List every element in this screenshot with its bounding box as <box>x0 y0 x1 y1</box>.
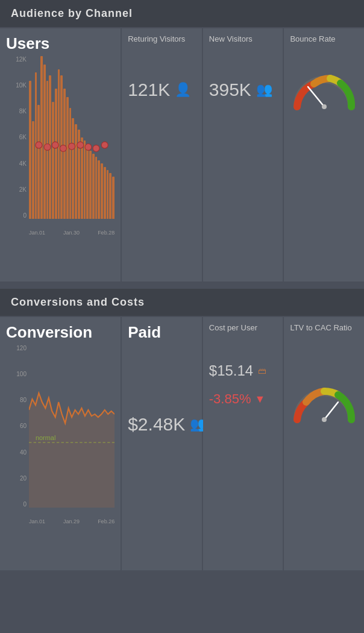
svg-point-14 <box>322 417 327 422</box>
cost-label: Cost per User <box>209 323 277 332</box>
user-bar <box>89 151 92 219</box>
conv-line-area: normal <box>29 345 115 508</box>
user-bar <box>63 89 66 219</box>
user-bar <box>55 89 57 219</box>
user-bar <box>86 146 89 219</box>
user-bar <box>81 137 83 219</box>
users-panel: Users 12K 10K 8K 6K 4K 2K 0 Jan.01 Jan.3… <box>0 28 121 282</box>
user-bar <box>75 124 77 219</box>
user-bar <box>58 69 60 219</box>
conv-svg: normal <box>29 345 115 508</box>
paid-panel: Paid $2.48K 👥 <box>122 317 202 570</box>
user-bar <box>112 177 115 219</box>
conv-y-axis: 120 100 80 60 40 20 0 <box>6 345 29 508</box>
user-bar <box>95 157 98 219</box>
ltv-label: LTV to CAC Ratio <box>290 323 358 332</box>
user-bar <box>107 170 109 219</box>
users-title: Users <box>6 34 115 53</box>
user-bar <box>66 97 69 219</box>
user-bar <box>32 121 34 219</box>
user-bar <box>72 118 74 219</box>
cost-icon: 🗃 <box>258 366 266 376</box>
ltv-panel: LTV to CAC Ratio <box>284 317 364 570</box>
new-visitors-icon: 👥 <box>256 82 272 98</box>
paid-title: Paid <box>128 323 196 342</box>
user-bar <box>43 65 46 219</box>
bounce-gauge <box>291 68 357 116</box>
conversion-panel: Conversion 120 100 80 60 40 20 0 <box>0 317 121 570</box>
users-chart: 12K 10K 8K 6K 4K 2K 0 Jan.01 Jan.30 Feb.… <box>6 56 115 237</box>
svg-text:normal: normal <box>36 435 55 441</box>
user-bar <box>84 140 86 219</box>
user-bar <box>104 167 106 219</box>
ltv-gauge-container <box>290 380 358 429</box>
user-bar <box>69 108 72 219</box>
new-visitors-value: 395K 👥 <box>209 80 277 100</box>
section2-header: Conversions and Costs <box>0 289 364 316</box>
section-gap <box>0 283 364 289</box>
section2-title: Conversions and Costs <box>11 296 145 308</box>
user-bar <box>60 75 63 219</box>
paid-number: $2.48K <box>128 414 185 435</box>
cost-per-user-panel: Cost per User $15.14 🗃 -3.85% ▼ <box>203 317 283 570</box>
section1-header: Audience by Channel <box>0 0 364 27</box>
user-bar <box>52 102 54 219</box>
returning-value: 121K 👤 <box>128 80 196 100</box>
arrow-down-icon: ▼ <box>255 393 266 406</box>
user-bar <box>98 160 100 219</box>
users-bars <box>29 56 115 219</box>
user-bar <box>35 72 37 219</box>
returning-icon: 👤 <box>175 82 191 98</box>
cost-change-value: -3.85% <box>209 391 251 407</box>
paid-value: $2.48K 👥 <box>128 414 196 435</box>
svg-point-10 <box>322 104 327 109</box>
cost-value: $15.14 🗃 <box>209 362 277 379</box>
bounce-gauge-container <box>290 68 358 116</box>
new-visitors-label: New Visitors <box>209 34 277 43</box>
bounce-rate-label: Bounce Rate <box>290 34 358 43</box>
cost-change: -3.85% ▼ <box>209 391 277 407</box>
section1-title: Audience by Channel <box>11 7 133 19</box>
svg-line-13 <box>324 402 338 420</box>
user-bar <box>40 56 43 219</box>
returning-label: Returing Visitors <box>128 34 196 43</box>
conv-x-axis: Jan.01 Jan.29 Feb.26 <box>29 508 115 526</box>
returning-number: 121K <box>128 80 170 100</box>
conversion-chart: 120 100 80 60 40 20 0 normal <box>6 345 115 526</box>
user-bar <box>29 81 31 219</box>
users-x-axis: Jan.01 Jan.30 Feb.28 <box>29 219 115 237</box>
conversion-title: Conversion <box>6 323 115 342</box>
new-visitors-panel: New Visitors 395K 👥 <box>203 28 283 282</box>
user-bar <box>109 173 111 219</box>
user-bar <box>49 75 51 219</box>
user-bar <box>46 81 49 219</box>
new-visitors-number: 395K <box>209 80 251 100</box>
user-bar <box>101 163 103 219</box>
ltv-gauge <box>291 380 357 429</box>
returning-visitors-panel: Returing Visitors 121K 👤 <box>122 28 202 282</box>
user-bar <box>78 130 80 219</box>
user-bar <box>92 154 95 219</box>
conversion-panel-row: Conversion 120 100 80 60 40 20 0 <box>0 317 364 570</box>
bounce-rate-panel: Bounce Rate <box>284 28 364 282</box>
audience-panel-row: Users 12K 10K 8K 6K 4K 2K 0 Jan.01 Jan.3… <box>0 28 364 282</box>
svg-line-9 <box>308 87 324 107</box>
users-y-axis: 12K 10K 8K 6K 4K 2K 0 <box>6 56 29 219</box>
cost-number: $15.14 <box>209 362 253 379</box>
user-bar <box>37 105 40 219</box>
